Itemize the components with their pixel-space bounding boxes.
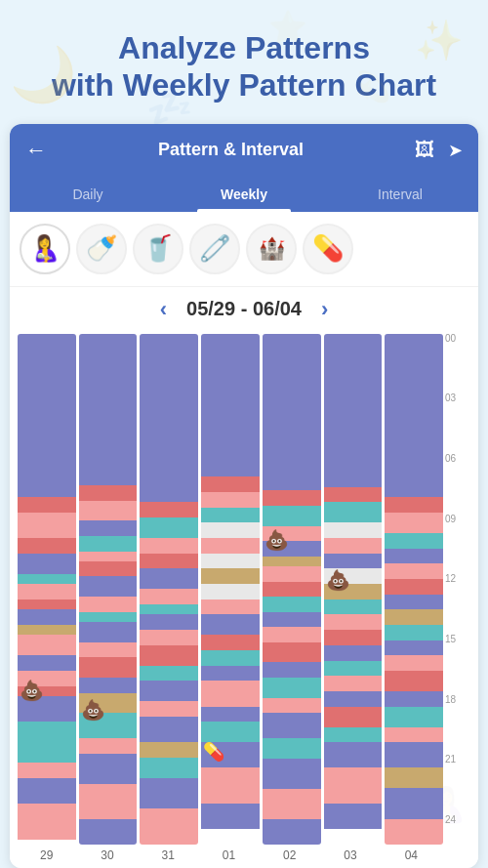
time-06: 06 (443, 454, 470, 464)
day-label-02: 02 (261, 848, 318, 862)
chart-col-01: 💊 (201, 334, 260, 845)
day-label-03: 03 (321, 848, 379, 862)
time-24: 24 (443, 815, 470, 825)
header-title: Pattern & Interval (158, 140, 304, 160)
app-card: ← Pattern & Interval 🖼 ➤ Daily Weekly In… (10, 124, 478, 868)
day-labels-row: 29 30 31 01 02 03 04 (10, 845, 478, 868)
time-18: 18 (443, 695, 470, 705)
category-diaper[interactable]: 🧷 (189, 224, 240, 274)
time-21: 21 (443, 755, 470, 765)
category-bottle[interactable]: 🍼 (76, 224, 127, 274)
tab-daily[interactable]: Daily (10, 177, 166, 212)
chart-columns: 💩 (18, 334, 443, 845)
chart-col-29: 💩 (18, 334, 76, 845)
next-date-button[interactable]: › (321, 297, 328, 322)
share-icon[interactable]: ➤ (448, 140, 463, 161)
header-icons: 🖼 ➤ (415, 139, 463, 161)
tab-bar: Daily Weekly Interval (10, 177, 478, 212)
category-solid[interactable]: 🥤 (133, 224, 183, 274)
day-label-04: 04 (383, 848, 440, 862)
time-15: 15 (443, 635, 470, 644)
day-label-29: 29 (18, 848, 75, 862)
app-header: ← Pattern & Interval 🖼 ➤ (10, 124, 478, 177)
chart-col-02: 💩 (263, 334, 321, 845)
day-label-01: 01 (200, 848, 258, 862)
time-12: 12 (443, 574, 470, 584)
chart-col-31 (140, 334, 198, 845)
image-icon[interactable]: 🖼 (415, 139, 434, 161)
date-range-display: 05/29 - 06/04 (186, 298, 302, 320)
time-09: 09 (443, 515, 470, 524)
back-button[interactable]: ← (25, 138, 47, 163)
category-icon-row: 🤱 🍼 🥤 🧷 🏰 💊 (10, 212, 478, 287)
day-label-31: 31 (140, 848, 197, 862)
category-sleep[interactable]: 🏰 (246, 224, 297, 274)
category-breastfeed[interactable]: 🤱 (20, 224, 70, 274)
chart-col-30: 💩 (79, 334, 138, 845)
chart-container: 💩 (10, 330, 478, 845)
prev-date-button[interactable]: ‹ (160, 297, 167, 322)
time-labels: 00 03 06 09 12 15 18 21 24 (443, 334, 470, 845)
chart-area: 💩 (10, 330, 478, 868)
hero-section: Analyze Patternswith Weekly Pattern Char… (0, 0, 488, 124)
time-03: 03 (443, 393, 470, 403)
time-00: 00 (443, 334, 470, 344)
tab-weekly[interactable]: Weekly (166, 177, 322, 212)
chart-col-04 (385, 334, 443, 845)
date-navigation: ‹ 05/29 - 06/04 › (10, 287, 478, 330)
chart-col-03: 💩 (324, 334, 383, 845)
hero-title: Analyze Patternswith Weekly Pattern Char… (20, 29, 468, 104)
category-medicine[interactable]: 💊 (303, 224, 353, 274)
tab-interval[interactable]: Interval (322, 177, 478, 212)
day-label-30: 30 (78, 848, 136, 862)
